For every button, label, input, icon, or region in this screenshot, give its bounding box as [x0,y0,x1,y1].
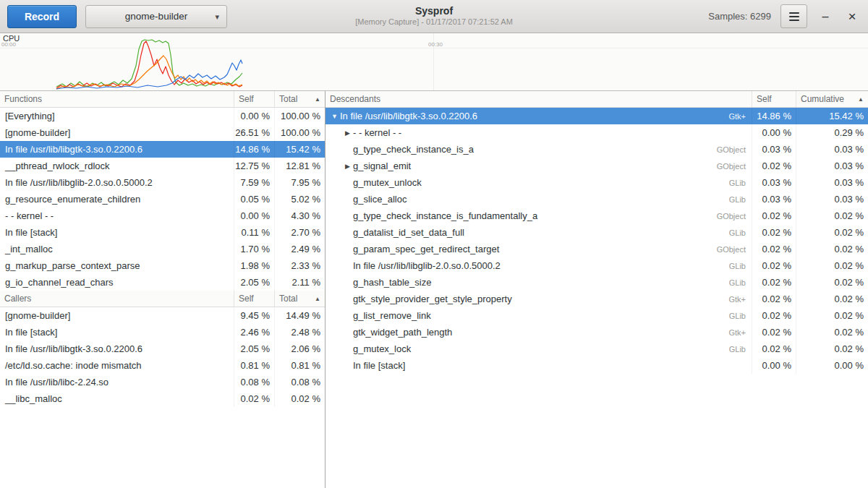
table-row[interactable]: In file /usr/lib/libgtk-3.so.0.2200.62.0… [0,341,325,357]
table-row[interactable]: In file /usr/lib/libc-2.24.so0.08 %0.08 … [0,374,325,390]
cell-function-name: In file [stack] [0,324,234,341]
total-header-label: Total [279,94,297,104]
menu-icon [789,12,799,21]
cell-function-name: [Everything] [0,108,234,124]
minimize-button[interactable]: – [817,6,834,27]
table-row[interactable]: In file [stack]0.00 %0.00 % [326,357,868,374]
cell-total-percent: 0.29 % [796,124,868,141]
record-button[interactable]: Record [7,5,77,28]
table-row[interactable]: In file /usr/lib/libglib-2.0.so.0.5000.2… [0,174,325,191]
cell-self-percent: 14.86 % [234,141,275,158]
table-row[interactable]: g_markup_parse_context_parse1.98 %2.33 % [0,257,325,274]
function-name-label: In file /usr/lib/libglib-2.0.so.0.5000.2 [5,177,153,188]
cell-total-percent: 0.02 % [796,207,868,224]
table-row[interactable]: g_mutex_unlockGLib0.03 %0.03 % [326,174,868,191]
table-row[interactable]: g_type_check_instance_is_fundamentally_a… [326,207,868,224]
table-row[interactable]: /etc/ld.so.cache: inode mismatch0.81 %0.… [0,357,325,374]
self-column-header[interactable]: Self [752,91,796,107]
table-row[interactable]: gtk_widget_path_lengthGtk+0.02 %0.02 % [326,324,868,341]
library-label: Gtk+ [728,112,752,121]
expander-closed-icon[interactable]: ▶ [342,129,353,137]
table-row[interactable]: ▶- - kernel - -0.00 %0.29 % [326,124,868,141]
cell-total-percent: 0.03 % [796,158,868,174]
table-row[interactable]: g_list_remove_linkGLib0.02 %0.02 % [326,307,868,324]
function-name-label: g_mutex_lock [353,343,411,354]
table-row[interactable]: [gnome-builder]9.45 %14.49 % [0,307,325,324]
total-column-header[interactable]: Total ▲ [275,291,325,307]
table-row[interactable]: g_hash_table_sizeGLib0.02 %0.02 % [326,274,868,291]
cell-self-percent: 26.51 % [234,124,275,141]
cell-self-percent: 0.02 % [752,341,796,357]
table-row[interactable]: In file [stack]2.46 %2.48 % [0,324,325,341]
table-row[interactable]: [gnome-builder]26.51 %100.00 % [0,124,325,141]
cell-total-percent: 5.02 % [275,191,325,207]
cell-self-percent: 0.00 % [234,108,275,124]
table-row[interactable]: ▼In file /usr/lib/libgtk-3.so.0.2200.6Gt… [326,108,868,124]
samples-count: Samples: 6299 [708,11,771,22]
cell-self-percent: 7.59 % [234,174,275,191]
library-label: GLib [729,195,752,204]
cell-function-name: In file /usr/lib/libc-2.24.so [0,374,234,390]
table-row[interactable]: __libc_malloc0.02 %0.02 % [0,390,325,407]
table-row[interactable]: - - kernel - -0.00 %4.30 % [0,207,325,224]
library-label: GLib [729,312,752,320]
table-row[interactable]: g_type_check_instance_is_aGObject0.03 %0… [326,141,868,158]
expander-closed-icon[interactable]: ▶ [342,163,353,170]
self-column-header[interactable]: Self [234,91,275,107]
cell-function-name: g_markup_parse_context_parse [0,257,234,274]
self-column-header[interactable]: Self [234,291,275,307]
table-row[interactable]: In file [stack]0.11 %2.70 % [0,224,325,241]
function-name-label: - - kernel - - [5,210,54,221]
cell-total-percent: 0.02 % [796,291,868,307]
sysprof-window: Record gnome-builder ▾ Sysprof [Memory C… [0,0,868,488]
cell-total-percent: 0.02 % [796,307,868,324]
library-label: GObject [717,145,752,154]
functions-rows: [Everything]0.00 %100.00 %[gnome-builder… [0,108,325,291]
table-row[interactable]: In file /usr/lib/libgtk-3.so.0.2200.614.… [0,141,325,158]
table-row[interactable]: ▶g_signal_emitGObject0.02 %0.03 % [326,158,868,174]
cell-total-percent: 14.49 % [275,307,325,324]
function-name-label: g_type_check_instance_is_fundamentally_a [353,210,537,221]
cell-total-percent: 0.03 % [796,174,868,191]
table-row[interactable]: g_io_channel_read_chars2.05 %2.11 % [0,274,325,291]
table-row[interactable]: g_mutex_lockGLib0.02 %0.02 % [326,341,868,357]
table-row[interactable]: g_datalist_id_set_data_fullGLib0.02 %0.0… [326,224,868,241]
cell-self-percent: 0.00 % [752,357,796,374]
table-row[interactable]: In file /usr/lib/libglib-2.0.so.0.5000.2… [326,257,868,274]
descendants-column-header[interactable]: Descendants [326,91,752,107]
expander-open-icon[interactable]: ▼ [329,113,340,120]
cell-function-name: g_datalist_id_set_data_fullGLib [326,224,752,241]
table-row[interactable]: g_slice_allocGLib0.03 %0.03 % [326,191,868,207]
function-name-label: g_resource_enumerate_children [5,194,140,205]
function-name-label: In file /usr/lib/libgtk-3.so.0.2200.6 [340,111,477,121]
cpu-series-orange [56,56,242,89]
cell-self-percent: 1.98 % [234,257,275,274]
table-row[interactable]: g_resource_enumerate_children0.05 %5.02 … [0,191,325,207]
table-row[interactable]: g_param_spec_get_redirect_targetGObject0… [326,241,868,257]
table-row[interactable]: _int_malloc1.70 %2.49 % [0,241,325,257]
cell-self-percent: 0.81 % [234,357,275,374]
cell-function-name: ▶- - kernel - - [326,124,752,141]
menu-button[interactable] [780,4,807,28]
descendants-header-row: Descendants Self Cumulative ▲ [326,91,868,108]
process-selector-dropdown[interactable]: gnome-builder ▾ [85,5,227,28]
functions-column-header[interactable]: Functions [0,91,234,107]
close-button[interactable]: × [843,6,861,27]
library-label: GLib [729,262,752,270]
cell-self-percent: 0.02 % [234,390,275,407]
table-row[interactable]: __pthread_rwlock_rdlock12.75 %12.81 % [0,158,325,174]
total-column-header[interactable]: Total ▲ [275,91,325,107]
cumulative-column-header[interactable]: Cumulative ▲ [796,91,868,107]
table-row[interactable]: gtk_style_provider_get_style_propertyGtk… [326,291,868,307]
function-name-label: g_list_remove_link [353,310,431,321]
cell-self-percent: 0.00 % [234,207,275,224]
cell-total-percent: 2.48 % [275,324,325,341]
title-block: Sysprof [Memory Capture] - 01/17/2017 07… [355,5,513,27]
table-row[interactable]: [Everything]0.00 %100.00 % [0,108,325,124]
cell-total-percent: 2.06 % [275,341,325,357]
cell-self-percent: 0.03 % [752,191,796,207]
cpu-graph-area[interactable]: CPU 00:00 00:30 [0,33,868,91]
function-name-label: g_io_channel_read_chars [5,277,114,288]
callers-column-header[interactable]: Callers [0,291,234,307]
cell-total-percent: 2.11 % [275,274,325,291]
